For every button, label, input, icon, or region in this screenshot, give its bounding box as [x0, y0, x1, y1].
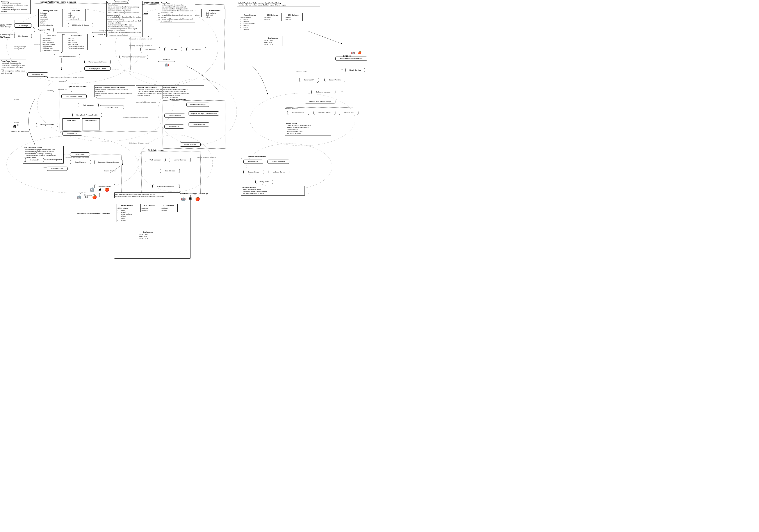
svg-text:🤖: 🤖 — [77, 195, 82, 200]
svg-text:🍎: 🍎 — [358, 51, 362, 55]
parity-node-box[interactable]: Parity Node — [256, 180, 273, 184]
phone-agent-note: Phone Agent - contains a single phone nu… — [160, 1, 195, 23]
token-balance-android: Token Balance - SMSs balance - · · · reg… — [239, 13, 261, 31]
brd-balance-android: BRD Balance - address - amount — [263, 13, 282, 21]
ethereum-operator-note: Ethereum Operator - listens to Ethereum … — [241, 186, 305, 196]
ethereum-proxy-sms-consumer[interactable]: Ethereum Proxy — [114, 0, 129, 4]
brd-balance-bottom: BRD Balance - address - amount — [140, 204, 158, 212]
diagram-container: 🤖 🖥 🍎 🤖 🖥 🤖 🍎 Balance Queries Sending ta… — [0, 0, 380, 266]
working-agents-queue-box[interactable]: Working Agents Queue — [84, 60, 111, 64]
current-state-phone-agent: Current State - SMS available - SMS sent… — [204, 9, 226, 19]
svg-text:🖥: 🖥 — [12, 124, 17, 129]
listener-server-box[interactable]: Listener Server — [268, 170, 289, 174]
svg-text:Monitor: Monitor — [14, 99, 19, 100]
hot-storage-desc: In-memory key-valuestorage — [0, 34, 14, 37]
svg-text:waiting queues: waiting queues — [14, 48, 24, 50]
eth-balance-bottom: ETH Balance - address - amount — [160, 204, 178, 212]
data-storage-box[interactable]: Data Storage — [160, 169, 180, 173]
cold-storage-desc: On-disk key-valuestorage — [0, 23, 12, 26]
task-manager-operational[interactable]: Task Manager — [78, 103, 99, 107]
eth-balance-android: ETH Balance - address - amount — [284, 13, 302, 21]
task-manager-note: Task manager - has initial state - saves… — [106, 1, 142, 37]
android-app-note: Android Application Wallet - Android App… — [237, 1, 320, 7]
contract-caller-box[interactable]: Contract Caller — [287, 111, 309, 115]
thirdparty-services-api[interactable]: Thirdparty Services API — [152, 184, 180, 188]
socket-provider-wallet[interactable]: Socket Provider — [325, 78, 345, 82]
waiting-agents-queue-box[interactable]: Waiting Agents Queue — [84, 66, 111, 71]
sender-server-box[interactable]: Sender Server — [243, 170, 264, 174]
birdchain-ledger-label: Birdchain Ledger — [148, 149, 164, 151]
android-app-bottom-note: Android Application Wallet - Android App… — [114, 192, 180, 198]
monitor-service-box[interactable]: Monitor Service — [47, 167, 67, 171]
instance-label: Instance — [343, 55, 351, 57]
monitor-service-birdchain[interactable]: Monitor Service — [169, 158, 191, 162]
svg-text:Listening to Ethereum events: Listening to Ethereum events — [129, 142, 149, 144]
svg-text:🤖: 🤖 — [181, 196, 186, 201]
balances-hash-map[interactable]: Balances Hash Map Hot Storage — [305, 100, 336, 103]
task-manager-birdchain[interactable]: Task Manager — [145, 158, 166, 162]
pool-bag-box[interactable]: Pool Bag — [164, 47, 182, 51]
pool-broker-queue-box[interactable]: Pool Broker & Queue — [61, 94, 87, 98]
wallets-service-label: Wallets Service — [285, 108, 298, 110]
contract-listener-box[interactable]: Contract Listener — [313, 111, 336, 115]
wallet-android-outline — [237, 2, 320, 65]
email-service-box[interactable]: Email Service — [345, 68, 365, 72]
instance-api-operational[interactable]: Instance API — [62, 132, 82, 136]
event-generator-box[interactable]: Event Generator — [267, 160, 289, 164]
svg-text:🍎: 🍎 — [195, 196, 200, 201]
balances-manager-box[interactable]: Balances Manager — [311, 90, 336, 94]
exchangers-android: Exchangers Token - BRD BRD - ETH Token -… — [263, 36, 283, 46]
socket-provider-ethereum[interactable]: Socket Provider — [164, 114, 185, 118]
initial-state-mining-pool: Initial State - SMS amount - SMS content… — [41, 34, 62, 52]
token-balance-bottom: Token Balance - SMSs balance - · · · reg… — [116, 204, 138, 222]
network-administrators-label: Network Administrators — [11, 131, 29, 133]
exchangers-bottom: Exchangers Token - BRD BRD - ETH Token -… — [138, 230, 158, 240]
cold-storage-box[interactable]: Cold Storage — [14, 23, 32, 28]
socket-provider-sms-consumer[interactable]: Socket Provider — [94, 184, 115, 188]
svg-text:🍎: 🍎 — [92, 195, 97, 200]
ethereum-proxy-operational[interactable]: Ethereum Proxy — [100, 105, 124, 109]
events-hot-storage-box[interactable]: Events Hot Storage — [186, 102, 209, 107]
hot-storage-box[interactable]: Hot Storage — [14, 34, 32, 38]
task-manager-phone-agent[interactable]: Task Manager — [140, 47, 160, 51]
phone-agents-manager-box[interactable]: Phone Agents Manager — [54, 54, 80, 58]
initial-state-operational: Initial State — [62, 118, 80, 131]
sms-fsm-box: SMS FSM - sent - sent at - confirmed - ·… — [66, 9, 86, 21]
management-api-box[interactable]: Management API — [36, 123, 58, 127]
sms-consumers-label: SMS Consumers (Obligation Providers) — [77, 212, 110, 214]
ethereum-manager-note: Ethereum Manager - serves requests to Sm… — [162, 86, 204, 99]
ethereum-events-note: Ethereum Events for Operational Service … — [94, 86, 135, 97]
current-state-operational: Current State — [82, 118, 100, 131]
task-manager-sms-consumer[interactable]: Task Manager — [70, 160, 91, 164]
ethereum-operator-label: Ethereum Operator — [248, 156, 266, 158]
monitoring-api-box[interactable]: Monitoring API — [27, 72, 48, 77]
svg-text:Balance Queries: Balance Queries — [296, 71, 307, 72]
svg-text:🤖: 🤖 — [351, 51, 355, 55]
user-api-box[interactable]: User API — [158, 57, 176, 62]
svg-text:Saving working &: Saving working & — [14, 46, 26, 48]
campaign-listener-service[interactable]: Campaign Listener Service — [94, 160, 123, 164]
instance-api-wallets-service[interactable]: Instance API — [339, 111, 358, 115]
hot-storage-phone-agent[interactable]: Hot Storage — [186, 47, 206, 51]
svg-text:🖥: 🖥 — [84, 195, 88, 199]
repository-note: Repository - enqueue & dequeue agents - … — [0, 0, 31, 14]
socket-provider-birdchain[interactable]: Socket Provider — [180, 142, 201, 147]
mining-pools-process-registry[interactable]: Mining Pools Process Registry — [72, 113, 102, 117]
dequeue-manager-contract-listener[interactable]: Dequeue Manager Contract Listener — [188, 111, 219, 116]
instance-api-sms-consumer[interactable]: Instance API — [70, 152, 90, 157]
instance-api-ethereum[interactable]: Instance API — [164, 125, 184, 129]
operational-service-label: Operational Service — [68, 86, 87, 88]
svg-text:🖥: 🖥 — [188, 197, 192, 201]
mining-pool-fsm-box: Mining Pool FSM - initializing - availab… — [38, 9, 62, 27]
mining-pool-service-label: Mining Pool Service - many instances — [41, 1, 76, 3]
contract-caller-ethereum[interactable]: Contract Caller — [188, 122, 209, 127]
instance-api-monitoring[interactable]: Instance API — [53, 79, 72, 83]
sms-broker-queue-box[interactable]: SMS Broker & Queue — [68, 23, 93, 27]
wallets-service-note: Wallets Service - serves requests to Sma… — [285, 122, 331, 135]
phone-agent-manager-note: Phone Agent Manager - enqueue & dequeue … — [0, 59, 26, 75]
instance-api-eth-operator[interactable]: Instance API — [243, 160, 263, 164]
birdchain-scan-icons: 🤖 🖥 🍎 — [180, 194, 206, 203]
push-notifications-service[interactable]: Push Notifications Service — [336, 57, 367, 61]
monitor-api-box[interactable]: Monitor API — [25, 158, 44, 162]
instance-api-wallet[interactable]: Instance API — [299, 78, 319, 82]
